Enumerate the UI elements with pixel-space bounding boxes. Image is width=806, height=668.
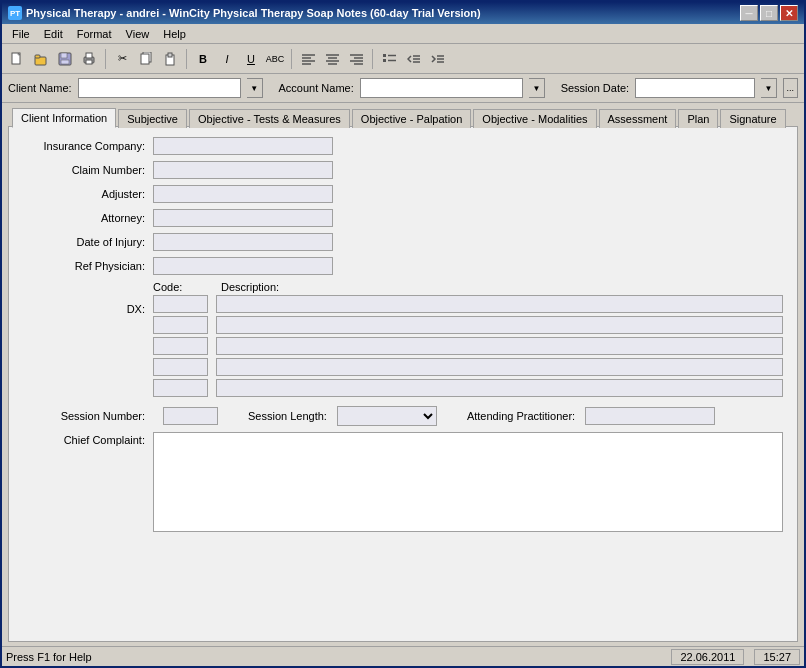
attorney-input[interactable] [153,209,333,227]
status-help: Press F1 for Help [6,651,92,663]
list-button[interactable] [378,48,400,70]
session-date-picker[interactable]: ... [783,78,798,98]
paste-button[interactable] [159,48,181,70]
tab-bar: Client Information Subjective Objective … [8,107,798,127]
minimize-button[interactable]: ─ [740,5,758,21]
save-button[interactable] [54,48,76,70]
tab-objective-palpation[interactable]: Objective - Palpation [352,109,472,128]
dx-desc-input-4[interactable] [216,358,783,376]
open-button[interactable] [30,48,52,70]
ref-physician-label: Ref Physician: [23,260,153,272]
svg-rect-13 [168,53,172,57]
dx-desc-input-5[interactable] [216,379,783,397]
dx-row-1 [153,295,783,313]
svg-rect-3 [35,55,40,58]
tab-assessment[interactable]: Assessment [599,109,677,128]
menu-help[interactable]: Help [157,27,192,41]
status-date: 22.06.2011 [671,649,744,665]
adjuster-row: Adjuster: [23,185,783,203]
claim-number-row: Claim Number: [23,161,783,179]
chief-complaint-label: Chief Complaint: [23,432,153,446]
menu-file[interactable]: File [6,27,36,41]
dx-row-4 [153,358,783,376]
bold-button[interactable]: B [192,48,214,70]
ref-physician-input[interactable] [153,257,333,275]
client-name-row: Client Name: ▼ Account Name: ▼ Session D… [2,74,804,103]
status-bar: Press F1 for Help 22.06.2011 15:27 [2,646,804,666]
menu-format[interactable]: Format [71,27,118,41]
dx-section: DX: Code: Description: [23,281,783,400]
insurance-company-label: Insurance Company: [23,140,153,152]
dx-desc-input-3[interactable] [216,337,783,355]
dx-header: Code: Description: [153,281,783,293]
tab-signature[interactable]: Signature [720,109,785,128]
chief-complaint-row: Chief Complaint: [23,432,783,532]
align-center-button[interactable] [321,48,343,70]
tab-client-information[interactable]: Client Information [12,108,116,128]
align-left-button[interactable] [297,48,319,70]
dx-desc-col-label: Description: [221,281,279,293]
dx-row-3 [153,337,783,355]
session-date-input[interactable] [635,78,755,98]
session-length-select[interactable]: 30 min 45 min 60 min 90 min [337,406,437,426]
toolbar-sep-1 [105,49,106,69]
attending-practitioner-input[interactable] [585,407,715,425]
status-time: 15:27 [754,649,800,665]
toolbar-sep-3 [291,49,292,69]
dx-row-5 [153,379,783,397]
indent-decrease-button[interactable] [402,48,424,70]
dx-desc-input-1[interactable] [216,295,783,313]
status-right: 22.06.2011 15:27 [671,649,800,665]
tab-subjective[interactable]: Subjective [118,109,187,128]
insurance-company-input[interactable] [153,137,333,155]
menu-view[interactable]: View [120,27,156,41]
close-button[interactable]: ✕ [780,5,798,21]
tab-plan[interactable]: Plan [678,109,718,128]
tab-objective-modalities[interactable]: Objective - Modalities [473,109,596,128]
abc-button[interactable]: ABC [264,48,286,70]
date-of-injury-label: Date of Injury: [23,236,153,248]
client-name-dropdown[interactable]: ▼ [247,78,262,98]
underline-button[interactable]: U [240,48,262,70]
insurance-company-row: Insurance Company: [23,137,783,155]
svg-rect-28 [383,59,386,62]
menu-edit[interactable]: Edit [38,27,69,41]
dx-code-input-2[interactable] [153,316,208,334]
session-date-label: Session Date: [561,82,629,94]
client-name-label: Client Name: [8,82,72,94]
svg-rect-11 [141,54,149,64]
dx-code-input-3[interactable] [153,337,208,355]
dx-row-2 [153,316,783,334]
date-of-injury-row: Date of Injury: [23,233,783,251]
account-name-dropdown[interactable]: ▼ [529,78,544,98]
print-button[interactable] [78,48,100,70]
chief-complaint-textarea[interactable] [153,432,783,532]
dx-code-input-1[interactable] [153,295,208,313]
dx-code-input-5[interactable] [153,379,208,397]
session-number-input[interactable] [163,407,218,425]
italic-button[interactable]: I [216,48,238,70]
session-date-dropdown[interactable]: ▼ [761,78,776,98]
toolbar-sep-4 [372,49,373,69]
new-button[interactable] [6,48,28,70]
adjuster-input[interactable] [153,185,333,203]
dx-fields: Code: Description: [153,281,783,400]
copy-button[interactable] [135,48,157,70]
dx-desc-input-2[interactable] [216,316,783,334]
session-number-row: Session Number: Session Length: 30 min 4… [23,406,783,426]
app-icon: PT [8,6,22,20]
date-of-injury-input[interactable] [153,233,333,251]
account-name-input[interactable] [360,78,524,98]
tab-objective-tests[interactable]: Objective - Tests & Measures [189,109,350,128]
client-name-input[interactable] [78,78,242,98]
svg-rect-5 [61,53,67,58]
attorney-label: Attorney: [23,212,153,224]
claim-number-input[interactable] [153,161,333,179]
account-name-label: Account Name: [279,82,354,94]
maximize-button[interactable]: □ [760,5,778,21]
indent-increase-button[interactable] [426,48,448,70]
align-right-button[interactable] [345,48,367,70]
cut-button[interactable]: ✂ [111,48,133,70]
dx-label: DX: [23,281,153,400]
dx-code-input-4[interactable] [153,358,208,376]
